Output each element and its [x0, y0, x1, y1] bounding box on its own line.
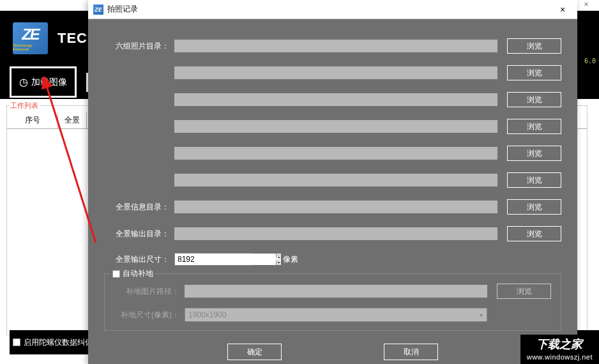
dialog-titlebar: ZE 拍照记录 ×: [88, 0, 577, 19]
input-out-dir[interactable]: [174, 227, 497, 240]
clock-icon: ◷: [19, 76, 28, 88]
auto-fill-checkbox[interactable]: [112, 270, 120, 278]
load-image-button[interactable]: ◷ 加载图像: [10, 66, 77, 98]
label-out-size: 全景输出尺寸：: [104, 254, 174, 265]
input-six-dir-4[interactable]: [174, 120, 497, 133]
work-list-label: 工作列表: [9, 101, 40, 110]
browse-button-2[interactable]: 浏览: [507, 65, 561, 80]
row-fill-size: 补地尺寸(像素)： 1900x1900: [114, 308, 551, 322]
auto-fill-label: 自动补地: [123, 268, 153, 279]
watermark: 下载之家 www.windowszj.net: [520, 335, 599, 364]
main-close-button[interactable]: ×: [573, 0, 599, 11]
browse-button-5[interactable]: 浏览: [507, 146, 561, 161]
label-out-dir: 全景输出目录：: [104, 229, 174, 239]
out-size-suffix: × 4096 像素: [257, 254, 298, 265]
input-six-dir-3[interactable]: [174, 93, 497, 106]
photo-record-dialog: ZE 拍照记录 × 六组照片目录： 浏览 浏览 浏览 浏览 浏览: [88, 0, 577, 364]
label-fill-size: 补地尺寸(像素)：: [114, 310, 185, 321]
browse-button-1[interactable]: 浏览: [507, 38, 561, 54]
input-six-dir-5[interactable]: [174, 147, 497, 160]
ok-button[interactable]: 确定: [227, 344, 282, 360]
cancel-button[interactable]: 取消: [384, 344, 438, 360]
dialog-title: 拍照记录: [107, 4, 553, 15]
auto-fill-title[interactable]: 自动补地: [110, 268, 156, 279]
label-six-dir: 六组照片目录：: [104, 41, 174, 52]
row-six-dir-2: 浏览: [104, 65, 561, 80]
label-info-dir: 全景信息目录：: [104, 202, 174, 213]
input-six-dir-1[interactable]: [174, 40, 497, 52]
input-fill-path: [185, 285, 487, 298]
gyro-checkbox-label: 启用陀螺仪数据纠偏: [24, 337, 93, 348]
row-out-size: 全景输出尺寸： ▲▼ × 4096 像素: [104, 253, 561, 266]
fill-size-select: 1900x1900: [185, 308, 487, 322]
row-info-dir: 全景信息目录： 浏览: [104, 199, 561, 215]
input-six-dir-2[interactable]: [174, 66, 497, 79]
version-text: 6.0: [584, 57, 596, 64]
col-index[interactable]: 序号: [7, 112, 58, 128]
watermark-url: www.windowszj.net: [527, 353, 593, 361]
app-logo: ZE Technology Everyone: [13, 22, 48, 54]
watermark-title: 下载之家: [527, 337, 593, 352]
dialog-body: 六组照片目录： 浏览 浏览 浏览 浏览 浏览 浏览: [88, 19, 577, 364]
label-fill-path: 补地图片路径：: [114, 286, 185, 297]
dialog-icon: ZE: [93, 4, 103, 15]
row-six-dir-3: 浏览: [104, 92, 561, 107]
browse-button-out[interactable]: 浏览: [507, 226, 561, 241]
row-six-dir-1: 六组照片目录： 浏览: [104, 38, 561, 54]
browse-button-6[interactable]: 浏览: [507, 172, 561, 188]
dialog-close-button[interactable]: ×: [553, 4, 572, 15]
load-image-label: 加载图像: [31, 77, 67, 88]
gyro-checkbox[interactable]: [13, 338, 20, 346]
app-title: TEC: [57, 30, 87, 47]
row-six-dir-6: 浏览: [104, 172, 561, 188]
out-size-spinner[interactable]: ▲▼: [174, 253, 251, 266]
browse-button-fill: 浏览: [497, 284, 551, 299]
row-six-dir-4: 浏览: [104, 119, 561, 134]
dialog-buttons: 确定 取消: [104, 344, 561, 360]
browse-button-info[interactable]: 浏览: [507, 199, 561, 215]
row-six-dir-5: 浏览: [104, 146, 561, 161]
browse-button-4[interactable]: 浏览: [507, 119, 561, 134]
row-out-dir: 全景输出目录： 浏览: [104, 226, 561, 241]
input-info-dir[interactable]: [174, 201, 497, 213]
input-six-dir-6[interactable]: [174, 174, 497, 186]
auto-fill-group: 自动补地 补地图片路径： 浏览 补地尺寸(像素)： 1900x1900: [104, 273, 561, 331]
browse-button-3[interactable]: 浏览: [507, 92, 561, 107]
row-fill-path: 补地图片路径： 浏览: [114, 284, 551, 299]
col-pano[interactable]: 全景: [58, 112, 87, 128]
